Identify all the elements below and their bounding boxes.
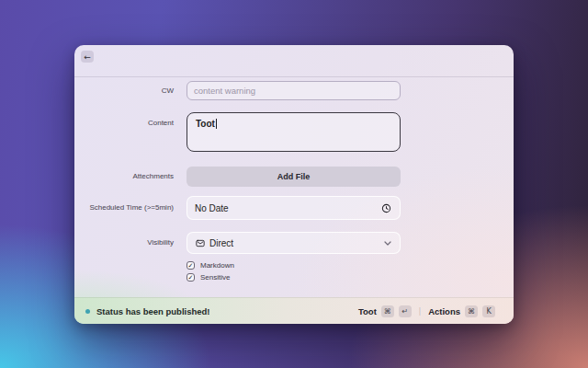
checkmark-icon: ✓ bbox=[188, 262, 194, 270]
clock-icon bbox=[381, 203, 391, 213]
window-header: ← bbox=[74, 45, 514, 77]
status-indicator-dot bbox=[85, 309, 90, 314]
sensitive-label: Sensitive bbox=[200, 273, 230, 282]
return-keycap: ↵ bbox=[399, 305, 412, 317]
scheduled-time-label: Scheduled Time (>=5min) bbox=[74, 196, 174, 220]
markdown-label: Markdown bbox=[200, 261, 234, 270]
cw-input[interactable] bbox=[187, 81, 401, 100]
mail-icon bbox=[196, 239, 205, 247]
status-message: Status has been published! bbox=[96, 306, 210, 316]
markdown-checkbox[interactable]: ✓ bbox=[187, 261, 195, 270]
back-button[interactable]: ← bbox=[81, 51, 94, 63]
command-keycap: ⌘ bbox=[381, 305, 394, 317]
command-keycap: ⌘ bbox=[465, 305, 478, 317]
cw-label: CW bbox=[74, 81, 174, 100]
sensitive-checkbox[interactable]: ✓ bbox=[187, 273, 195, 282]
checkmark-icon: ✓ bbox=[188, 274, 194, 282]
status-bar: Status has been published! Toot ⌘ ↵ | Ac… bbox=[74, 297, 514, 324]
visibility-select[interactable]: Direct bbox=[187, 232, 401, 254]
markdown-checkbox-row: ✓ Markdown bbox=[187, 260, 234, 270]
add-file-button[interactable]: Add File bbox=[187, 167, 401, 187]
content-textarea[interactable]: Toot bbox=[187, 112, 401, 152]
content-text: Toot bbox=[196, 119, 215, 129]
k-keycap: K bbox=[482, 305, 495, 317]
compose-window: ← CW Content Toot Attechments Add File S… bbox=[74, 45, 514, 324]
shortcut-divider: | bbox=[419, 306, 421, 316]
visibility-value: Direct bbox=[209, 238, 233, 248]
attachments-label: Attechments bbox=[74, 167, 174, 187]
toot-shortcut-label: Toot bbox=[358, 306, 377, 316]
back-arrow-icon: ← bbox=[84, 52, 91, 62]
sensitive-checkbox-row: ✓ Sensitive bbox=[187, 272, 230, 282]
shortcut-group: Toot ⌘ ↵ | Actions ⌘ K bbox=[358, 305, 495, 317]
content-label: Content bbox=[74, 118, 174, 129]
text-caret bbox=[216, 119, 217, 129]
scheduled-time-value: No Date bbox=[195, 203, 381, 213]
scheduled-time-field[interactable]: No Date bbox=[187, 196, 401, 220]
desktop-background: { "colors": { "status_dot": "#3fa3b2", "… bbox=[0, 0, 588, 368]
actions-shortcut-label: Actions bbox=[428, 306, 460, 316]
chevron-down-icon bbox=[384, 241, 391, 246]
visibility-label: Visibility bbox=[74, 232, 174, 254]
